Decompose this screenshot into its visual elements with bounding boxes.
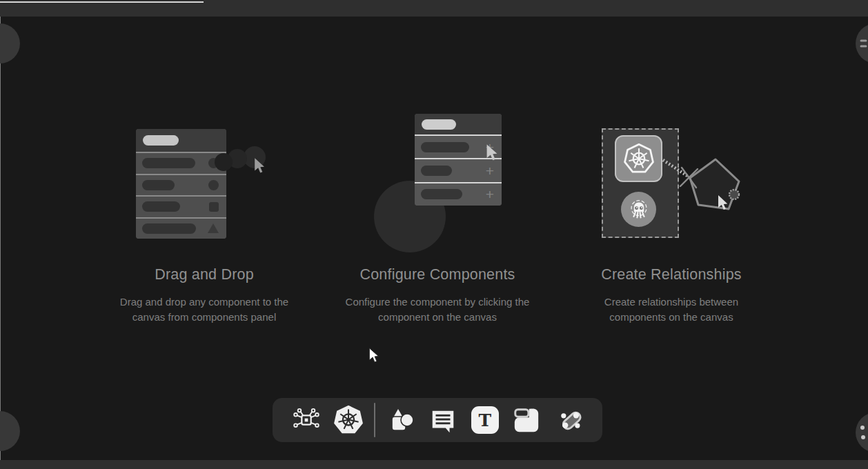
card-title: Configure Components bbox=[320, 266, 555, 283]
bottom-right-dock-button[interactable] bbox=[856, 412, 868, 452]
row-label-pill bbox=[142, 180, 175, 190]
shapes-tool-button[interactable] bbox=[386, 403, 417, 437]
drag-cursor-icon bbox=[253, 157, 268, 175]
canvas-toolbar: T bbox=[273, 398, 602, 442]
row-label-pill bbox=[142, 223, 196, 234]
kubernetes-icon bbox=[333, 404, 364, 436]
card-description: Configure the component by clicking the … bbox=[331, 295, 544, 325]
bottom-bar bbox=[0, 460, 868, 469]
mesh-components-icon bbox=[292, 406, 321, 435]
plus-icon: + bbox=[486, 163, 494, 178]
comment-tool-button[interactable] bbox=[427, 403, 459, 437]
components-panel-illustration bbox=[136, 129, 226, 239]
onboarding-card-configure-components: + + + Configure Components Configure the… bbox=[320, 110, 555, 325]
row-label-pill bbox=[421, 166, 452, 176]
card-title: Drag and Drop bbox=[87, 266, 322, 283]
mouse-cursor-icon bbox=[368, 347, 381, 364]
panel-row bbox=[136, 174, 226, 196]
toolbar-divider bbox=[374, 403, 375, 437]
drag-trail-circle bbox=[215, 153, 233, 171]
row-label-pill bbox=[421, 142, 469, 152]
zoom-in-button[interactable] bbox=[0, 411, 20, 451]
left-dock-toggle-button[interactable] bbox=[0, 23, 20, 63]
link-icon bbox=[554, 406, 583, 435]
panel-row bbox=[136, 152, 226, 174]
triangle-shape bbox=[208, 223, 219, 233]
panel-search-bar bbox=[136, 129, 226, 152]
onboarding-card-create-relationships: Create Relationships Create relationship… bbox=[554, 110, 789, 325]
meshery-design-canvas-window: Drag and Drop Drag and drop any componen… bbox=[0, 0, 868, 469]
relationship-edge-graphic bbox=[554, 110, 789, 263]
save-icon bbox=[512, 406, 541, 435]
card-title: Create Relationships bbox=[554, 266, 789, 283]
text-tool-letter: T bbox=[479, 410, 492, 430]
comment-icon bbox=[428, 406, 457, 435]
save-button[interactable] bbox=[511, 403, 542, 437]
plus-icon: + bbox=[486, 187, 494, 201]
onboarding-card-drag-and-drop: Drag and Drop Drag and drop any componen… bbox=[87, 110, 322, 325]
text-tool-tile: T bbox=[471, 406, 499, 434]
search-pill bbox=[143, 135, 179, 146]
flower-icon bbox=[0, 23, 20, 63]
mesh-components-button[interactable] bbox=[290, 403, 322, 437]
text-tool-button[interactable]: T bbox=[469, 403, 501, 437]
zoom-in-icon bbox=[0, 411, 20, 451]
dock-icon bbox=[856, 412, 868, 452]
panel-row bbox=[136, 195, 226, 217]
row-label-pill bbox=[421, 189, 462, 199]
kubernetes-tool-button[interactable] bbox=[333, 403, 364, 437]
card-description: Drag and drop any component to the canva… bbox=[112, 295, 297, 325]
circle-shape bbox=[208, 180, 219, 190]
loading-progress-bar bbox=[0, 1, 204, 3]
panel-row: + bbox=[415, 182, 502, 206]
configure-components-illustration: + + + bbox=[320, 110, 555, 263]
top-bar bbox=[0, 0, 868, 17]
drag-and-drop-illustration bbox=[87, 110, 322, 263]
right-dock-toggle-button[interactable] bbox=[856, 23, 868, 63]
shapes-icon bbox=[386, 405, 417, 435]
panel-row bbox=[136, 217, 226, 239]
row-label-pill bbox=[142, 201, 180, 212]
card-description: Create relationships between components … bbox=[597, 295, 746, 325]
row-label-pill bbox=[142, 158, 195, 168]
create-relationships-illustration bbox=[554, 110, 789, 263]
square-shape bbox=[209, 202, 219, 212]
click-cursor-icon bbox=[484, 143, 501, 163]
left-edge-divider bbox=[0, 17, 1, 460]
link-tool-button[interactable] bbox=[553, 403, 584, 437]
panel-toggle-icon bbox=[856, 23, 868, 63]
panel-search-bar bbox=[415, 114, 502, 134]
search-pill bbox=[422, 119, 456, 130]
